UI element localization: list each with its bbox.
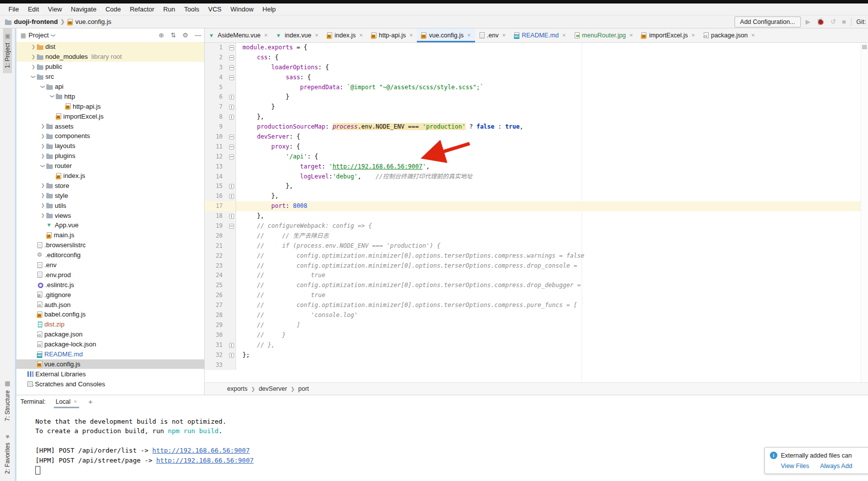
code-line[interactable]: 16 }, bbox=[205, 191, 861, 201]
tree-item-public[interactable]: ❯public bbox=[16, 62, 204, 72]
editor-tab-http-api-js[interactable]: http-api.js✕ bbox=[367, 28, 417, 42]
fold-end-icon[interactable] bbox=[229, 194, 234, 199]
tree-item-src[interactable]: ❯src bbox=[16, 72, 204, 82]
tree-item-views[interactable]: ❯views bbox=[16, 210, 204, 220]
close-icon[interactable]: ✕ bbox=[359, 33, 363, 38]
terminal-output[interactable]: Note that the development build is not o… bbox=[16, 408, 868, 481]
chevron-collapsed-icon[interactable]: ❯ bbox=[39, 134, 46, 139]
chevron-collapsed-icon[interactable]: ❯ bbox=[39, 193, 46, 198]
code-line[interactable]: 10 devServer: { bbox=[205, 132, 861, 142]
tree-item-dist[interactable]: ❯dist bbox=[16, 42, 204, 52]
close-icon[interactable]: ✕ bbox=[264, 33, 268, 38]
notification-action-always-add[interactable]: Always Add bbox=[820, 463, 853, 470]
code-line[interactable]: 18 }, bbox=[205, 211, 861, 221]
code-line[interactable]: 9 productionSourceMap: process.env.NODE_… bbox=[205, 122, 861, 132]
menu-refactor[interactable]: Refactor bbox=[125, 4, 159, 14]
code-line[interactable]: 17 port: 8008 bbox=[205, 201, 861, 211]
editor-tab-index-vue[interactable]: index.vue✕ bbox=[272, 28, 323, 42]
menu-tools[interactable]: Tools bbox=[180, 4, 204, 14]
chevron-collapsed-icon[interactable]: ❯ bbox=[39, 124, 46, 129]
chevron-collapsed-icon[interactable]: ❯ bbox=[39, 144, 46, 149]
tree-item-vue-config-js[interactable]: vue.config.js bbox=[16, 359, 204, 369]
tree-item-package-json[interactable]: package.json bbox=[16, 329, 204, 339]
code-line[interactable]: 2 css: { bbox=[205, 53, 861, 63]
code-line[interactable]: 29 // ] bbox=[205, 321, 861, 330]
tree-item-store[interactable]: ❯store bbox=[16, 180, 204, 190]
chevron-expanded-icon[interactable]: ❯ bbox=[40, 162, 45, 169]
editor-tab-package-json[interactable]: package.json✕ bbox=[699, 28, 759, 42]
tree-item-utils[interactable]: ❯utils bbox=[16, 200, 204, 210]
fold-open-icon[interactable] bbox=[229, 45, 234, 50]
close-icon[interactable]: ✕ bbox=[691, 33, 695, 38]
code-line[interactable]: 22 // config.optimization.minimizer[0].o… bbox=[205, 251, 861, 261]
code-line[interactable]: 8 }, bbox=[205, 112, 861, 122]
menu-edit[interactable]: Edit bbox=[23, 4, 43, 14]
code-line[interactable]: 24 // true bbox=[205, 271, 861, 281]
close-icon[interactable]: ✕ bbox=[409, 33, 413, 38]
code-line[interactable]: 12 '/api': { bbox=[205, 152, 861, 162]
tree-item-index-js[interactable]: index.js bbox=[16, 171, 204, 181]
tool-window-tab-1-project[interactable]: 1: Project▣ bbox=[3, 28, 12, 73]
code-line[interactable]: 6 } bbox=[205, 92, 861, 102]
notification-action-view-files[interactable]: View Files bbox=[781, 463, 809, 470]
chevron-expanded-icon[interactable]: ❯ bbox=[31, 73, 36, 80]
close-icon[interactable]: ✕ bbox=[502, 33, 506, 38]
tree-item-http-api-js[interactable]: http-api.js bbox=[16, 101, 204, 111]
tree-item-package-lock-json[interactable]: package-lock.json bbox=[16, 339, 204, 349]
code-line[interactable]: 15 }, bbox=[205, 181, 861, 191]
hide-panel-icon[interactable]: — bbox=[195, 31, 201, 39]
editor-tab-importexcel-js[interactable]: importExcel.js✕ bbox=[637, 28, 699, 42]
tree-item--browserslistrc[interactable]: .browserslistrc bbox=[16, 240, 204, 250]
tree-item-auth-json[interactable]: auth.json bbox=[16, 300, 204, 310]
menu-file[interactable]: File bbox=[4, 4, 23, 14]
code-line[interactable]: 30 // } bbox=[205, 330, 861, 340]
chevron-expanded-icon[interactable]: ❯ bbox=[50, 93, 55, 100]
tree-item-style[interactable]: ❯style bbox=[16, 190, 204, 200]
code-line[interactable]: 13 target: 'http://192.168.66.56:9007', bbox=[205, 162, 861, 172]
chevron-collapsed-icon[interactable]: ❯ bbox=[39, 203, 46, 208]
tree-item-importexcel-js[interactable]: importExcel.js bbox=[16, 111, 204, 121]
tree-item--editorconfig[interactable]: .editorconfig bbox=[16, 250, 204, 260]
code-line[interactable]: 32}; bbox=[205, 350, 861, 360]
debug-icon[interactable]: 🐞 bbox=[817, 18, 825, 25]
tree-item-node_modules[interactable]: ❯node_moduleslibrary root bbox=[16, 52, 204, 62]
fold-end-icon[interactable] bbox=[229, 105, 234, 110]
menu-vcs[interactable]: VCS bbox=[204, 4, 226, 14]
fold-open-icon[interactable] bbox=[229, 145, 234, 150]
tree-item--gitignore[interactable]: .gitignore bbox=[16, 290, 204, 300]
editor-tab-readme-md[interactable]: README.md✕ bbox=[510, 28, 570, 42]
code-line[interactable]: 31 // }, bbox=[205, 340, 861, 350]
code-line[interactable]: 1module.exports = { bbox=[205, 43, 861, 53]
fold-end-icon[interactable] bbox=[229, 115, 234, 120]
close-icon[interactable]: ✕ bbox=[74, 399, 78, 404]
terminal-link[interactable]: http://192.168.66.56:9007 bbox=[152, 447, 250, 454]
code-line[interactable]: 33 bbox=[205, 360, 861, 370]
terminal-tab-local[interactable]: Local ✕ bbox=[54, 397, 79, 407]
tree-item-components[interactable]: ❯components bbox=[16, 131, 204, 141]
fold-open-icon[interactable] bbox=[229, 224, 234, 229]
editor-tab-index-js[interactable]: index.js✕ bbox=[323, 28, 367, 42]
fold-end-icon[interactable] bbox=[229, 214, 234, 219]
editor-tab--env[interactable]: .env✕ bbox=[475, 28, 510, 42]
code-line[interactable]: 28 // 'console.log' bbox=[205, 311, 861, 321]
fold-open-icon[interactable] bbox=[229, 55, 234, 60]
editor-breadcrumb-port[interactable]: port bbox=[298, 385, 309, 392]
tool-window-tab-7-structure[interactable]: 7: Structure▦ bbox=[3, 376, 12, 426]
git-branch-label[interactable]: Git: bbox=[857, 18, 866, 25]
code-line[interactable]: 3 loaderOptions: { bbox=[205, 63, 861, 73]
tree-item-router[interactable]: ❯router bbox=[16, 161, 204, 171]
close-icon[interactable]: ✕ bbox=[315, 33, 319, 38]
tool-window-tab-2-favorites[interactable]: 2: Favorites★ bbox=[3, 428, 12, 479]
code-line[interactable]: 20 // // 生产去除日志 bbox=[205, 231, 861, 241]
tree-item-external-libraries[interactable]: External Libraries bbox=[16, 369, 204, 379]
fold-open-icon[interactable] bbox=[229, 155, 234, 160]
fold-end-icon[interactable] bbox=[229, 95, 234, 100]
code-line[interactable]: 21 // if (process.env.NODE_ENV === 'prod… bbox=[205, 241, 861, 251]
inspections-widget[interactable] bbox=[862, 45, 867, 49]
project-panel-title[interactable]: Project bbox=[28, 31, 48, 39]
tree-item-readme-md[interactable]: README.md bbox=[16, 349, 204, 359]
close-icon[interactable]: ✕ bbox=[751, 33, 755, 38]
close-icon[interactable]: ✕ bbox=[562, 33, 566, 38]
editor-tab-vue-config-js[interactable]: vue.config.js✕ bbox=[417, 28, 475, 42]
close-icon[interactable]: ✕ bbox=[467, 33, 471, 38]
